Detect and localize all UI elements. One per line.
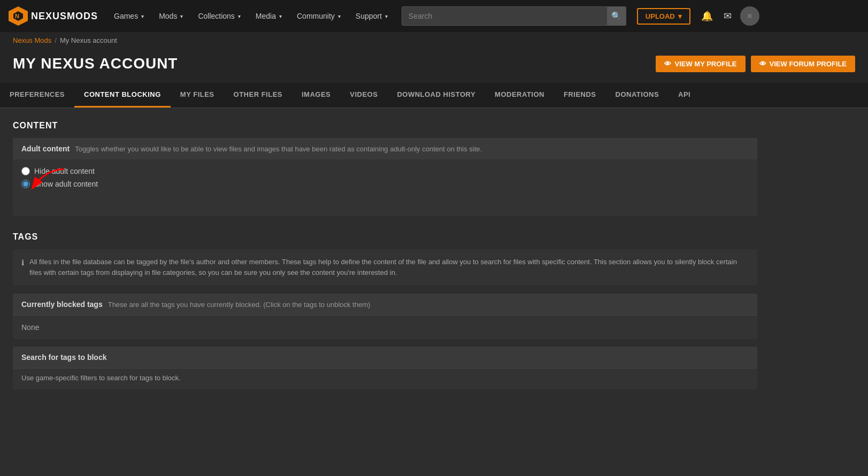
- chevron-down-icon: ▾: [238, 13, 241, 19]
- adult-content-title: Adult content: [21, 144, 70, 153]
- search-tags-header: Search for tags to block: [13, 347, 757, 368]
- nav-collections[interactable]: Collections ▾: [193, 0, 245, 32]
- tab-api[interactable]: API: [669, 83, 700, 108]
- site-logo[interactable]: N NEXUSMODS: [9, 6, 98, 26]
- tab-preferences[interactable]: PREFERENCES: [0, 83, 74, 108]
- page-title: MY NEXUS ACCOUNT: [13, 55, 178, 72]
- eye-icon: 👁: [759, 60, 766, 68]
- chevron-down-icon: ▾: [279, 13, 282, 19]
- top-navigation: N NEXUSMODS Games ▾ Mods ▾ Collections ▾…: [0, 0, 868, 32]
- adult-content-desc: Toggles whether you would like to be abl…: [75, 145, 482, 153]
- content-section-title: CONTENT: [13, 121, 757, 130]
- svg-text:N: N: [15, 13, 19, 19]
- info-icon: ℹ: [21, 257, 24, 268]
- chevron-down-icon: ▾: [678, 12, 682, 20]
- chevron-down-icon: ▾: [180, 13, 183, 19]
- tab-friends[interactable]: FRIENDS: [554, 83, 606, 108]
- show-adult-content-radio[interactable]: [21, 180, 30, 188]
- breadcrumb-separator: /: [55, 36, 57, 44]
- tags-info-text: All files in the file database can be ta…: [29, 257, 749, 278]
- tab-videos[interactable]: VIDEOS: [340, 83, 387, 108]
- currently-blocked-desc: These are all the tags you have currentl…: [108, 301, 371, 309]
- page-title-area: MY NEXUS ACCOUNT 👁 VIEW MY PROFILE 👁 VIE…: [0, 49, 868, 83]
- tab-other-files[interactable]: OTHER FILES: [224, 83, 292, 108]
- breadcrumb: Nexus Mods / My Nexus account: [0, 32, 868, 49]
- nav-support[interactable]: Support ▾: [350, 0, 393, 32]
- nav-icons-group: 🔔 ✉ ✕: [699, 6, 759, 26]
- no-blocked-tags-label: None: [13, 316, 757, 339]
- tags-section: TAGS ℹ All files in the file database ca…: [13, 232, 757, 389]
- content-section: CONTENT Adult content Toggles whether yo…: [13, 121, 757, 216]
- main-content: CONTENT Adult content Toggles whether yo…: [0, 108, 770, 402]
- profile-buttons: 👁 VIEW MY PROFILE 👁 VIEW FORUM PROFILE: [656, 56, 855, 72]
- chevron-down-icon: ▾: [385, 13, 388, 19]
- nav-games[interactable]: Games ▾: [109, 0, 149, 32]
- nav-mods[interactable]: Mods ▾: [153, 0, 188, 32]
- view-my-profile-button[interactable]: 👁 VIEW MY PROFILE: [656, 56, 745, 72]
- search-button[interactable]: 🔍: [608, 6, 626, 26]
- chevron-down-icon: ▾: [141, 13, 144, 19]
- tab-moderation[interactable]: MODERATION: [485, 83, 554, 108]
- logo-icon: N: [9, 6, 28, 26]
- search-tags-title: Search for tags to block: [21, 353, 106, 362]
- tags-info-box: ℹ All files in the file database can be …: [13, 249, 757, 285]
- logo-text: NEXUSMODS: [31, 11, 98, 22]
- notifications-button[interactable]: 🔔: [699, 8, 715, 24]
- breadcrumb-current: My Nexus account: [60, 36, 117, 44]
- adult-content-block: Adult content Toggles whether you would …: [13, 138, 757, 216]
- view-forum-profile-button[interactable]: 👁 VIEW FORUM PROFILE: [751, 56, 855, 72]
- tab-download-history[interactable]: DOWNLOAD HISTORY: [387, 83, 485, 108]
- breadcrumb-home-link[interactable]: Nexus Mods: [13, 36, 51, 44]
- avatar-icon: ✕: [747, 12, 753, 20]
- adult-content-body: Hide adult content Show adult content: [13, 159, 757, 216]
- show-adult-content-label: Show adult content: [34, 180, 98, 188]
- show-adult-content-option[interactable]: Show adult content: [21, 180, 749, 188]
- hide-adult-content-option[interactable]: Hide adult content: [21, 167, 749, 175]
- user-avatar[interactable]: ✕: [740, 6, 759, 26]
- tab-my-files[interactable]: MY FILES: [171, 83, 224, 108]
- search-tags-block: Search for tags to block Use game-specif…: [13, 347, 757, 389]
- tags-section-title: TAGS: [13, 232, 757, 242]
- chevron-down-icon: ▾: [338, 13, 341, 19]
- tab-content-blocking[interactable]: CONTENT BLOCKING: [74, 83, 171, 108]
- currently-blocked-title: Currently blocked tags: [21, 300, 103, 309]
- eye-icon: 👁: [664, 60, 671, 68]
- hide-adult-content-label: Hide adult content: [34, 167, 95, 175]
- adult-content-header: Adult content Toggles whether you would …: [13, 138, 757, 159]
- currently-blocked-header: Currently blocked tags These are all the…: [13, 294, 757, 315]
- nav-media[interactable]: Media ▾: [250, 0, 287, 32]
- search-input[interactable]: [402, 6, 608, 26]
- tab-donations[interactable]: DONATIONS: [606, 83, 669, 108]
- messages-button[interactable]: ✉: [721, 8, 734, 24]
- upload-button[interactable]: UPLOAD ▾: [637, 8, 690, 25]
- search-bar: 🔍: [402, 6, 626, 26]
- use-filters-text: Use game-specific filters to search for …: [13, 368, 757, 389]
- search-icon: 🔍: [611, 11, 621, 21]
- hide-adult-content-radio[interactable]: [21, 167, 30, 175]
- nav-community[interactable]: Community ▾: [291, 0, 346, 32]
- tab-images[interactable]: IMAGES: [292, 83, 340, 108]
- currently-blocked-block: Currently blocked tags These are all the…: [13, 294, 757, 339]
- tabs-bar: PREFERENCES CONTENT BLOCKING MY FILES OT…: [0, 83, 868, 108]
